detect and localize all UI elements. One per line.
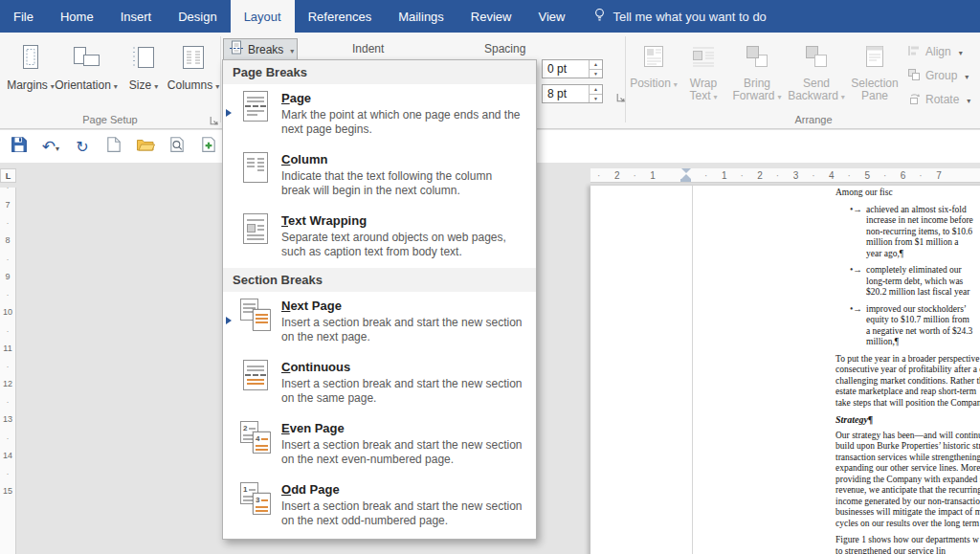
doc-block-para: Among our fisc (835, 188, 980, 199)
selection-pane-button[interactable]: Selection Pane (848, 35, 902, 125)
odd-page-break-icon: 1 3 (238, 482, 273, 531)
next-page-break-icon (238, 299, 273, 347)
margins-icon (16, 35, 45, 75)
spacing-before-value[interactable]: 0 pt (543, 62, 589, 76)
tell-me-box[interactable]: Tell me what you want to do (593, 0, 766, 33)
tab-design[interactable]: Design (165, 0, 230, 33)
hruler-right-numbers: 1234567 (706, 168, 957, 183)
spacing-after-value[interactable]: 8 pt (543, 87, 589, 100)
wrap-text-button[interactable]: Wrap Text (679, 35, 727, 125)
menu-item-next-page-break[interactable]: Next Page Insert a section break and sta… (223, 292, 536, 353)
doc-line: take steps that will position the Compan (835, 398, 980, 410)
selection-pane-label: Selection Pane (851, 77, 898, 102)
spacing-before-spinner[interactable]: 0 pt (542, 59, 603, 78)
doc-line: a negative net worth of $24.3 (866, 326, 980, 338)
menu-item-desc: Mark the point at which one page ends an… (281, 108, 523, 137)
print-preview-button[interactable] (166, 134, 189, 159)
horizontal-ruler[interactable]: 21 1234567 (590, 168, 980, 183)
menu-item-desc: Separate text around objects on web page… (281, 231, 523, 259)
tab-layout[interactable]: Layout (231, 0, 295, 33)
document-page[interactable]: Among our fisc•→achieved an almost six-f… (590, 186, 980, 554)
menu-item-odd-page-break[interactable]: 1 3 Odd Page Insert a section break and … (223, 476, 536, 537)
doc-line: million,¶ (866, 337, 980, 348)
menu-item-text-wrapping-break[interactable]: Text Wrapping Separate text around objec… (223, 207, 536, 268)
menu-item-title: Page (281, 91, 523, 105)
doc-line: build upon Burke Properties’ historic st… (835, 441, 980, 453)
menu-item-title: Even Page (281, 421, 523, 435)
tab-mailings[interactable]: Mailings (385, 0, 457, 33)
tab-insert[interactable]: Insert (107, 0, 166, 33)
bullet-marker: •→ (850, 304, 862, 316)
spin-up-icon[interactable] (590, 60, 602, 70)
add-document-button[interactable] (197, 134, 220, 159)
menu-item-column-break[interactable]: Column Indicate that the text following … (223, 145, 536, 207)
group-label: Group (925, 69, 957, 82)
doc-line: Strategy¶ (835, 414, 980, 426)
new-document-button[interactable] (102, 134, 125, 159)
doc-line: •→improved our stockholders’ (866, 304, 980, 316)
doc-block-bullet: •→completely eliminated ourlong-term deb… (866, 265, 980, 299)
undo-dropdown-icon[interactable] (56, 138, 59, 155)
menu-item-page-break[interactable]: Page Mark the point at which one page en… (223, 84, 536, 145)
align-button[interactable]: Align (907, 42, 963, 61)
menu-item-continuous-break[interactable]: Continuous Insert a section break and st… (223, 353, 536, 414)
tab-review[interactable]: Review (457, 0, 525, 33)
rotate-icon (907, 92, 921, 108)
save-button[interactable] (8, 134, 31, 159)
page-setup-group-label: Page Setup (0, 114, 220, 125)
breaks-button[interactable]: Breaks (223, 38, 298, 60)
spin-down-icon[interactable] (590, 70, 602, 78)
hruler-left-numbers: 21 (599, 168, 671, 183)
column-break-icon (238, 152, 273, 201)
doc-block-bullet: •→improved our stockholders’equity to $1… (866, 304, 980, 348)
doc-line: Our strategy has been—and will continu (835, 431, 980, 442)
bring-forward-button[interactable]: Bring Forward (729, 35, 785, 125)
position-button[interactable]: Position (630, 35, 678, 125)
tab-references[interactable]: References (295, 0, 385, 33)
doc-line: consecutive year of profitability after … (835, 365, 980, 376)
rotate-label: Rotate (925, 93, 959, 106)
tab-file[interactable]: File (0, 0, 47, 33)
columns-button[interactable]: Columns (167, 35, 220, 125)
doc-line: Among our fisc (835, 188, 980, 199)
spin-down-icon[interactable] (590, 95, 602, 103)
continuous-break-icon (238, 360, 273, 409)
menu-item-title: Text Wrapping (281, 213, 523, 228)
redo-button[interactable] (71, 134, 94, 159)
rotate-button[interactable]: Rotate (907, 90, 970, 109)
tab-home[interactable]: Home (47, 0, 107, 33)
columns-icon (179, 35, 208, 75)
spin-up-icon[interactable] (590, 85, 602, 95)
margins-button[interactable]: Margins (8, 35, 54, 125)
open-button[interactable] (134, 134, 157, 159)
position-icon (640, 35, 667, 73)
print-preview-icon (169, 136, 185, 157)
page-setup-dialog-launcher[interactable] (209, 113, 220, 124)
indent-markers[interactable] (680, 168, 691, 183)
orientation-button[interactable]: Orientation (56, 35, 117, 125)
indent-label: Indent (352, 42, 384, 55)
vertical-ruler[interactable]: 789101112131415 (0, 188, 16, 554)
tab-view[interactable]: View (524, 0, 578, 33)
selection-pane-icon (861, 35, 888, 73)
bullet-marker: •→ (850, 265, 862, 277)
doc-line: income generated by our non-transaction (835, 497, 980, 508)
page-break-small-icon (229, 40, 244, 58)
doc-block-heading: Strategy¶ (835, 414, 980, 426)
send-backward-button[interactable]: Send Backward (787, 35, 846, 125)
menu-item-even-page-break[interactable]: 2 4 Even Page Insert a section break and… (223, 414, 536, 476)
text-wrapping-break-icon (238, 213, 273, 262)
group-button[interactable]: Group (907, 66, 969, 85)
bring-forward-label: Bring Forward (732, 77, 774, 102)
left-indent-marker[interactable] (680, 179, 691, 182)
wrap-text-icon (690, 35, 717, 73)
group-separator (625, 36, 626, 122)
doc-line: transaction services while strengthening (835, 453, 980, 464)
doc-line: •→achieved an almost six-fold (866, 205, 980, 216)
size-button[interactable]: Size (122, 35, 165, 125)
undo-button[interactable] (39, 134, 62, 159)
first-line-indent-marker[interactable] (681, 168, 691, 173)
doc-line: long-term debt, which was (866, 277, 980, 288)
spacing-after-spinner[interactable]: 8 pt (542, 84, 603, 103)
group-separator (220, 36, 221, 122)
